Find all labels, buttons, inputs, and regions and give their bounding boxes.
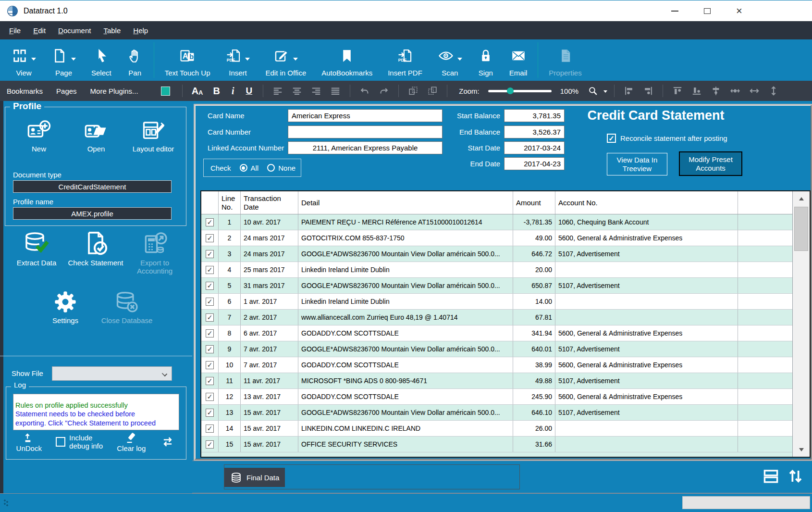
show-file-dropdown[interactable] — [52, 366, 172, 381]
row-checkbox-cell[interactable] — [201, 389, 219, 404]
toolbar-button[interactable]: Select — [84, 39, 119, 81]
table-row[interactable]: 11 11 avr. 2017 MICROSOFT *BING ADS 0 80… — [201, 373, 792, 389]
start-date-field[interactable] — [504, 141, 565, 154]
minimize-button[interactable] — [659, 0, 691, 22]
scroll-up-button[interactable] — [793, 191, 810, 206]
row-checkbox[interactable] — [206, 250, 214, 258]
header-amount[interactable]: Amount — [513, 191, 555, 214]
row-checkbox-cell[interactable] — [201, 437, 219, 452]
table-row[interactable]: 14 15 avr. 2017 LINKEDIN.COM LINKEDIN.C … — [201, 421, 792, 437]
row-checkbox-cell[interactable] — [201, 325, 219, 341]
table-row[interactable]: 10 7 avr. 2017 GODADDY.COM SCOTTSDALE 38… — [201, 357, 792, 373]
row-checkbox[interactable] — [206, 440, 214, 449]
profile-action-button[interactable]: Layout editor — [127, 118, 179, 153]
reconcile-checkbox-group[interactable]: Reconcile statement after posting — [607, 134, 727, 143]
font-icon[interactable]: AA — [192, 86, 203, 96]
menu-item[interactable]: Help — [127, 23, 154, 38]
header-line-no[interactable]: Line No. — [219, 191, 241, 214]
swap-horizontal-icon[interactable] — [160, 435, 176, 449]
center-vertical-icon[interactable] — [711, 86, 721, 96]
toolbar-button[interactable]: Edit in Office — [258, 39, 314, 81]
toolbar-button[interactable]: Sign — [470, 39, 502, 81]
row-checkbox-cell[interactable] — [201, 373, 219, 388]
resize-grip-icon[interactable] — [4, 500, 9, 506]
chevron-down-icon[interactable] — [293, 58, 298, 63]
row-checkbox[interactable] — [206, 313, 214, 322]
format-bar-button[interactable]: More Plugins... — [84, 87, 145, 95]
format-bar-button[interactable]: Pages — [49, 87, 84, 95]
zoom-slider[interactable] — [488, 90, 552, 92]
table-row[interactable]: 8 6 avr. 2017 GODADDY.COM SCOTTSDALE 341… — [201, 325, 792, 341]
row-checkbox-cell[interactable] — [201, 341, 219, 357]
row-checkbox[interactable] — [206, 409, 214, 417]
row-checkbox[interactable] — [206, 393, 214, 401]
resize-horizontal-icon[interactable] — [749, 86, 760, 96]
table-row[interactable]: 12 13 avr. 2017 GODADDY.COM SCOTTSDALE 2… — [201, 389, 792, 405]
horizontal-scrollbar-thumb[interactable] — [682, 496, 810, 509]
toolbar-button[interactable]: Ab Text Touch Up — [157, 39, 218, 81]
undock-button[interactable]: UnDock — [16, 431, 42, 452]
table-row[interactable]: 9 7 avr. 2017 GOOGLE*ADWS8236700 Mountai… — [201, 341, 792, 357]
toolbar-button[interactable]: Pan — [119, 39, 151, 81]
scroll-down-button[interactable] — [793, 442, 810, 457]
sidebar-tool-button[interactable]: Settings — [38, 289, 92, 325]
profile-action-button[interactable]: Open — [70, 118, 122, 153]
row-checkbox[interactable] — [206, 425, 214, 433]
chevron-down-icon[interactable] — [457, 58, 462, 63]
sort-updown-icon[interactable] — [787, 467, 804, 485]
toolbar-button[interactable]: PDF Insert PDF — [380, 39, 430, 81]
row-checkbox-cell[interactable] — [201, 214, 219, 230]
row-checkbox[interactable] — [206, 234, 214, 242]
profile-action-button[interactable]: New — [13, 118, 65, 153]
menu-item[interactable]: Edit — [27, 23, 52, 38]
toolbar-button[interactable]: Page — [44, 39, 84, 81]
row-checkbox[interactable] — [206, 345, 214, 353]
table-row[interactable]: 2 24 mars 2017 GOTOCITRIX.COM 855-837-17… — [201, 230, 792, 246]
toolbar-button[interactable]: Properties — [541, 39, 589, 81]
include-debug-checkbox-group[interactable]: Include debug info — [56, 434, 103, 450]
profile-name-field[interactable]: AMEX.profile — [13, 207, 172, 220]
italic-icon[interactable]: i — [232, 86, 234, 97]
row-checkbox-cell[interactable] — [201, 421, 219, 436]
start-balance-field[interactable] — [504, 109, 565, 122]
zoom-slider-thumb[interactable] — [507, 87, 514, 94]
chevron-down-icon[interactable] — [245, 58, 250, 63]
rows-view-icon[interactable] — [762, 467, 780, 485]
end-date-field[interactable] — [504, 157, 565, 170]
align-left-edge-icon[interactable] — [624, 86, 634, 96]
format-bar-button[interactable]: Bookmarks — [0, 87, 49, 95]
menu-item[interactable]: Table — [97, 23, 127, 38]
color-swatch-icon[interactable] — [161, 87, 170, 95]
toolbar-button[interactable]: Scan — [430, 39, 470, 81]
row-checkbox[interactable] — [206, 298, 214, 306]
undo-icon[interactable] — [359, 86, 370, 96]
include-debug-checkbox[interactable] — [56, 437, 65, 447]
row-checkbox-cell[interactable] — [201, 310, 219, 325]
table-row[interactable]: 4 25 mars 2017 Linkedin Ireland Limite D… — [201, 262, 792, 278]
row-checkbox-cell[interactable] — [201, 405, 219, 420]
check-radio[interactable] — [240, 164, 247, 172]
menu-item[interactable]: Document — [52, 23, 97, 38]
end-balance-field[interactable] — [504, 125, 565, 138]
header-transaction-date[interactable]: Transaction Date — [241, 191, 298, 214]
row-checkbox-cell[interactable] — [201, 262, 219, 277]
header-checkbox-column[interactable] — [201, 191, 219, 214]
menu-item[interactable]: File — [3, 23, 27, 38]
modify-preset-accounts-button[interactable]: Modify Preset Accounts — [679, 151, 742, 176]
document-type-field[interactable]: CreditCardStatement — [13, 180, 172, 193]
align-right-icon[interactable] — [311, 86, 321, 96]
table-row[interactable]: 6 1 avr. 2017 Linkedin Ireland Limite Du… — [201, 294, 792, 310]
card-name-field[interactable] — [288, 109, 443, 122]
sidebar-tool-button[interactable]: Export to Accounting — [127, 230, 183, 275]
card-number-field[interactable] — [288, 125, 443, 138]
table-row[interactable]: 5 31 mars 2017 GOOGLE*ADWS8236700 Mounta… — [201, 278, 792, 294]
header-account-no[interactable]: Account No. — [555, 191, 738, 214]
toolbar-button[interactable]: View — [4, 39, 44, 81]
align-bottom-icon[interactable] — [691, 86, 702, 96]
sidebar-tool-button[interactable]: Close Database — [100, 289, 154, 325]
row-checkbox[interactable] — [206, 218, 214, 226]
row-checkbox[interactable] — [206, 361, 214, 369]
close-button[interactable]: × — [723, 0, 755, 22]
chevron-down-icon[interactable] — [603, 90, 607, 95]
linked-account-field[interactable] — [288, 141, 443, 154]
